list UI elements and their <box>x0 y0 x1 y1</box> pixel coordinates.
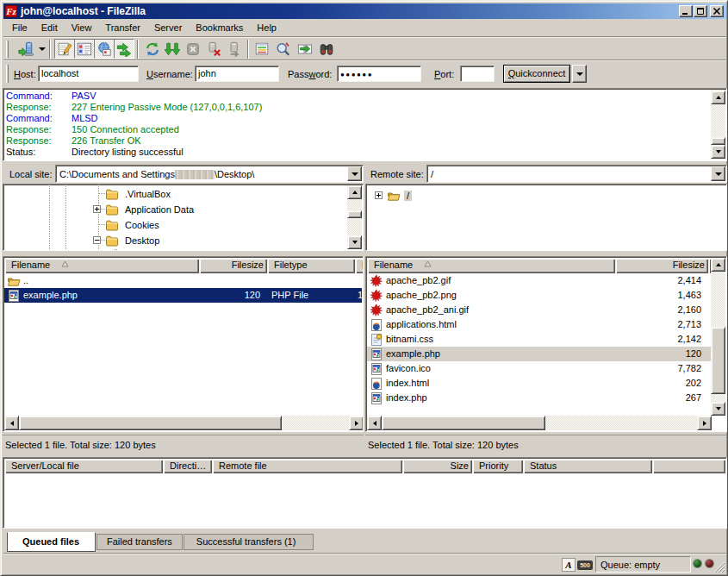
file-row[interactable]: bitnami.css2,142 <box>367 332 711 347</box>
local-status-text: Selected 1 file. Total size: 120 bytes <box>3 435 364 453</box>
quickconnect-button[interactable]: Quickconnect <box>503 65 570 83</box>
queue-header: Server/Local fileDirectionRemote fileSiz… <box>4 459 725 473</box>
disconnect-icon <box>206 41 221 57</box>
local-site-combo[interactable]: C:\Documents and Settings\Desktop\ <box>55 165 364 183</box>
column-header[interactable]: Direction <box>163 459 212 473</box>
toolbar-toggle-remote-tree-button[interactable] <box>94 39 115 59</box>
log-scroll-thumb[interactable] <box>711 137 725 145</box>
folder-open-icon <box>7 274 21 288</box>
quickconnect-grip[interactable] <box>6 65 9 83</box>
menu-item[interactable]: File <box>5 21 34 34</box>
local-scroll-left[interactable] <box>4 416 19 430</box>
column-header[interactable]: Filename <box>4 258 199 273</box>
file-row[interactable]: favicon.ico7,782 <box>367 361 711 376</box>
folder-icon <box>105 187 119 201</box>
local-tree-item[interactable]: Application Data <box>3 202 363 216</box>
column-header[interactable]: Filename <box>367 258 615 273</box>
remote-scroll-thumb-h[interactable] <box>382 416 545 430</box>
toolbar-find-files-button[interactable] <box>316 39 337 59</box>
log-scroll-down-button[interactable] <box>711 145 725 159</box>
toolbar-cancel-operation-button[interactable] <box>183 39 203 59</box>
remote-vscrollbar[interactable] <box>711 258 725 416</box>
column-header[interactable]: Status <box>523 459 652 473</box>
file-row[interactable]: applications.html2,713 <box>367 317 711 332</box>
close-button[interactable] <box>710 5 724 17</box>
remote-file-rows: apache_pb2.gif2,414apache_pb2.png1,463ap… <box>367 273 711 416</box>
local-hscrollbar[interactable] <box>4 416 364 430</box>
column-header[interactable]: Filetype <box>267 258 355 273</box>
toolbar-reconnect-button[interactable] <box>225 39 246 59</box>
queue-tab[interactable]: Failed transfers <box>96 534 183 550</box>
column-header[interactable]: Priority <box>472 459 523 473</box>
remote-site-combo-arrow[interactable] <box>711 166 725 181</box>
sort-ascending-icon <box>61 260 69 267</box>
remote-hscrollbar[interactable] <box>367 416 712 430</box>
remote-site-combo[interactable]: / <box>426 165 727 183</box>
toolbar-refresh-button[interactable] <box>142 39 163 59</box>
local-tree-item[interactable]: .VirtualBox <box>3 186 363 201</box>
column-header[interactable]: Server/Local file <box>4 459 163 473</box>
filezilla-app-icon: Fz <box>5 5 17 17</box>
file-row[interactable]: apache_pb2_ani.gif2,160 <box>367 303 711 317</box>
toolbar-disconnect-button[interactable] <box>203 39 224 59</box>
file-row[interactable]: index.html202 <box>367 376 711 391</box>
queue-tab[interactable]: Successful transfers (1) <box>184 534 314 550</box>
file-row[interactable]: example.php120 <box>367 347 711 361</box>
local-scroll-right[interactable] <box>349 416 364 430</box>
menu-bar: FileEditViewTransferServerBookmarksHelp <box>3 19 726 36</box>
column-header[interactable]: Last modified <box>355 258 364 273</box>
file-row[interactable]: .. <box>4 273 362 288</box>
toolbar-site-manager-dropdown[interactable] <box>36 39 47 59</box>
local-site-combo-arrow[interactable] <box>347 166 362 181</box>
toolbar-toggle-queue-button[interactable] <box>114 39 134 59</box>
column-header[interactable]: Remote file <box>212 459 402 473</box>
local-tree-scroll-up[interactable] <box>347 185 362 199</box>
toolbar-synchronized-browsing-button[interactable] <box>295 39 315 59</box>
local-tree-scroll-thumb[interactable] <box>347 210 362 218</box>
host-label: Host: <box>14 69 36 79</box>
toolbar-directory-comparison-button[interactable] <box>273 39 294 59</box>
username-input[interactable]: john <box>195 66 279 82</box>
local-tree-scroll-down[interactable] <box>347 235 362 249</box>
resize-grip[interactable] <box>712 560 725 573</box>
remote-scroll-down[interactable] <box>711 402 725 416</box>
toolbar-toggle-local-tree-button[interactable] <box>74 39 95 59</box>
file-row[interactable]: apache_pb2.png1,463 <box>367 288 711 303</box>
local-tree-item[interactable]: Cookies <box>3 217 363 232</box>
local-scroll-thumb[interactable] <box>19 416 282 430</box>
maximize-button[interactable] <box>694 5 707 17</box>
host-input[interactable]: localhost <box>38 66 139 82</box>
local-tree-item[interactable]: Desktop <box>3 233 363 247</box>
remote-status-text: Selected 1 file. Total size: 120 bytes <box>365 435 727 453</box>
port-input[interactable] <box>460 66 495 82</box>
log-scroll-up-button[interactable] <box>711 91 725 104</box>
file-row[interactable]: apache_pb2.gif2,414 <box>367 273 711 288</box>
remote-scroll-up[interactable] <box>711 258 725 272</box>
toolbar-site-manager-button[interactable] <box>16 39 36 59</box>
minimize-button[interactable] <box>679 5 693 17</box>
menu-item[interactable]: Transfer <box>98 21 147 34</box>
password-input[interactable]: ●●●●●● <box>337 66 421 82</box>
menu-item[interactable]: Edit <box>34 21 65 34</box>
column-header[interactable]: Filesize <box>199 258 267 273</box>
remote-site-row: Remote site: / <box>365 165 727 184</box>
menu-item[interactable]: Help <box>250 21 283 34</box>
file-row[interactable]: index.php267 <box>367 391 711 405</box>
title-bar[interactable]: Fz john@localhost - FileZilla <box>3 3 726 19</box>
remote-tree-item[interactable]: / <box>366 188 726 203</box>
file-row[interactable]: example.php120PHP File1 <box>4 288 362 303</box>
menu-item[interactable]: Bookmarks <box>189 21 250 34</box>
toolbar-filter-button[interactable] <box>252 39 272 59</box>
remote-scroll-left[interactable] <box>367 416 382 430</box>
remote-scroll-right[interactable] <box>697 416 712 430</box>
column-header[interactable]: Filesize <box>615 258 708 273</box>
menu-item[interactable]: Server <box>147 21 189 34</box>
quickconnect-dropdown[interactable] <box>572 65 587 83</box>
toolbar-toggle-message-log-button[interactable] <box>54 39 75 59</box>
menu-item[interactable]: View <box>65 21 99 34</box>
sort-ascending-icon <box>424 260 432 267</box>
queue-tab[interactable]: Queued files <box>7 532 96 552</box>
toolbar-process-queue-button[interactable] <box>162 39 183 59</box>
remote-scroll-thumb[interactable] <box>711 327 725 394</box>
column-header[interactable]: Size <box>402 459 472 473</box>
